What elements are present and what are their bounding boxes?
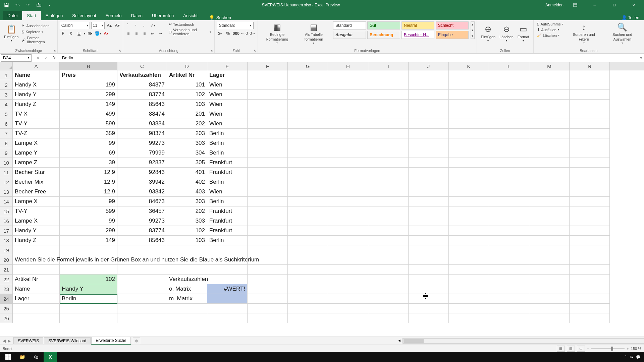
- tab-formulas[interactable]: Formeln: [101, 11, 126, 20]
- cell-N23[interactable]: [570, 284, 610, 294]
- cell-N3[interactable]: [570, 90, 610, 100]
- cell-J14[interactable]: [409, 197, 449, 206]
- cell-F16[interactable]: [248, 216, 288, 226]
- align-top-icon[interactable]: ⠁: [125, 22, 132, 29]
- cell-B23[interactable]: Handy Y: [60, 284, 117, 294]
- cell-H22[interactable]: [328, 275, 368, 284]
- cell-K25[interactable]: [449, 304, 489, 313]
- tab-file[interactable]: Datei: [3, 11, 22, 20]
- cell-F3[interactable]: [248, 90, 288, 100]
- cell-E16[interactable]: Frankfurt: [207, 216, 248, 226]
- font-name-combo[interactable]: Calibri▾: [60, 22, 90, 29]
- align-middle-icon[interactable]: ⠂: [133, 22, 140, 29]
- cell-K7[interactable]: [449, 129, 489, 138]
- cell-I1[interactable]: [368, 70, 409, 80]
- cell-F21[interactable]: [248, 265, 288, 275]
- cell-M13[interactable]: [529, 187, 570, 197]
- tab-home[interactable]: Start: [22, 11, 41, 20]
- cell-C15[interactable]: 36457: [117, 206, 167, 216]
- cell-F20[interactable]: [248, 255, 288, 265]
- cell-F23[interactable]: [248, 284, 288, 294]
- cell-N21[interactable]: [570, 265, 610, 275]
- cell-J11[interactable]: [409, 168, 449, 177]
- cell-A21[interactable]: [13, 265, 60, 275]
- cell-K21[interactable]: [449, 265, 489, 275]
- cell-E7[interactable]: Berlin: [207, 129, 248, 138]
- cell-D15[interactable]: 202: [167, 206, 207, 216]
- cell-B8[interactable]: 99: [60, 138, 117, 148]
- cell-C14[interactable]: 84673: [117, 197, 167, 206]
- cell-M3[interactable]: [529, 90, 570, 100]
- cell-J10[interactable]: [409, 158, 449, 168]
- clear-button[interactable]: 🧹Löschen ▾: [536, 33, 565, 38]
- row-header-25[interactable]: 25: [0, 304, 13, 313]
- cell-B15[interactable]: 599: [60, 206, 117, 216]
- row-header-15[interactable]: 15: [0, 206, 13, 216]
- cell-M7[interactable]: [529, 129, 570, 138]
- cell-G11[interactable]: [288, 168, 328, 177]
- cell-J7[interactable]: [409, 129, 449, 138]
- cell-M24[interactable]: [529, 294, 570, 304]
- cell-J24[interactable]: [409, 294, 449, 304]
- cell-J1[interactable]: [409, 70, 449, 80]
- autosum-button[interactable]: ΣAutoSumme ▾: [536, 21, 565, 27]
- cell-A3[interactable]: Handy Y: [13, 90, 60, 100]
- cell-I22[interactable]: [368, 275, 409, 284]
- row-header-7[interactable]: 7: [0, 129, 13, 138]
- col-header-C[interactable]: C: [117, 62, 167, 70]
- cell-K15[interactable]: [449, 206, 489, 216]
- tray-chevron-icon[interactable]: ˄: [625, 355, 627, 359]
- cell-K9[interactable]: [449, 148, 489, 158]
- cell-H9[interactable]: [328, 148, 368, 158]
- cell-F4[interactable]: [248, 100, 288, 109]
- increase-font-icon[interactable]: A▴: [106, 22, 113, 29]
- cell-G13[interactable]: [288, 187, 328, 197]
- cell-D26[interactable]: [167, 313, 207, 323]
- cell-I19[interactable]: [368, 245, 409, 255]
- cell-G1[interactable]: [288, 70, 328, 80]
- cell-N17[interactable]: [570, 226, 610, 236]
- share-button[interactable]: 👤 Teilen: [622, 15, 639, 20]
- cell-E2[interactable]: Wien: [207, 80, 248, 90]
- qat-customize-icon[interactable]: ▾: [46, 1, 54, 9]
- cell-B2[interactable]: 199: [60, 80, 117, 90]
- select-all-corner[interactable]: [0, 62, 13, 70]
- cell-D4[interactable]: 103: [167, 100, 207, 109]
- sort-filter-button[interactable]: ↕Sortieren und Filtern▾: [567, 21, 601, 46]
- row-header-4[interactable]: 4: [0, 100, 13, 109]
- cell-J13[interactable]: [409, 187, 449, 197]
- cell-K4[interactable]: [449, 100, 489, 109]
- row-header-16[interactable]: 16: [0, 216, 13, 226]
- cell-E20[interactable]: [207, 255, 248, 265]
- sheet-tab-wildcard[interactable]: SVERWEIS Wildcard: [44, 337, 91, 344]
- cell-J26[interactable]: [409, 313, 449, 323]
- cell-C26[interactable]: [117, 313, 167, 323]
- cell-I24[interactable]: [368, 294, 409, 304]
- cell-K20[interactable]: [449, 255, 489, 265]
- cell-B6[interactable]: 599: [60, 119, 117, 129]
- cell-L7[interactable]: [489, 129, 529, 138]
- cell-G14[interactable]: [288, 197, 328, 206]
- cell-M11[interactable]: [529, 168, 570, 177]
- percent-icon[interactable]: %: [225, 30, 231, 37]
- row-header-18[interactable]: 18: [0, 236, 13, 245]
- clipboard-launcher-icon[interactable]: ⬊: [53, 49, 57, 53]
- cell-C22[interactable]: [117, 275, 167, 284]
- cell-C6[interactable]: 93884: [117, 119, 167, 129]
- cell-G2[interactable]: [288, 80, 328, 90]
- cell-E17[interactable]: Frankfurt: [207, 226, 248, 236]
- style-standard[interactable]: Standard: [333, 21, 366, 29]
- cell-G21[interactable]: [288, 265, 328, 275]
- formula-input[interactable]: Berlin: [60, 54, 638, 62]
- cell-M6[interactable]: [529, 119, 570, 129]
- cell-E15[interactable]: Frankfurt: [207, 206, 248, 216]
- paste-button[interactable]: 📋 Einfügen ▾: [2, 21, 20, 46]
- cell-J3[interactable]: [409, 90, 449, 100]
- cell-A22[interactable]: Artikel Nr: [13, 275, 60, 284]
- cell-F18[interactable]: [248, 236, 288, 245]
- cell-M20[interactable]: [529, 255, 570, 265]
- cell-G8[interactable]: [288, 138, 328, 148]
- row-header-2[interactable]: 2: [0, 80, 13, 90]
- cell-C8[interactable]: 99273: [117, 138, 167, 148]
- align-center-icon[interactable]: ≡: [133, 30, 140, 37]
